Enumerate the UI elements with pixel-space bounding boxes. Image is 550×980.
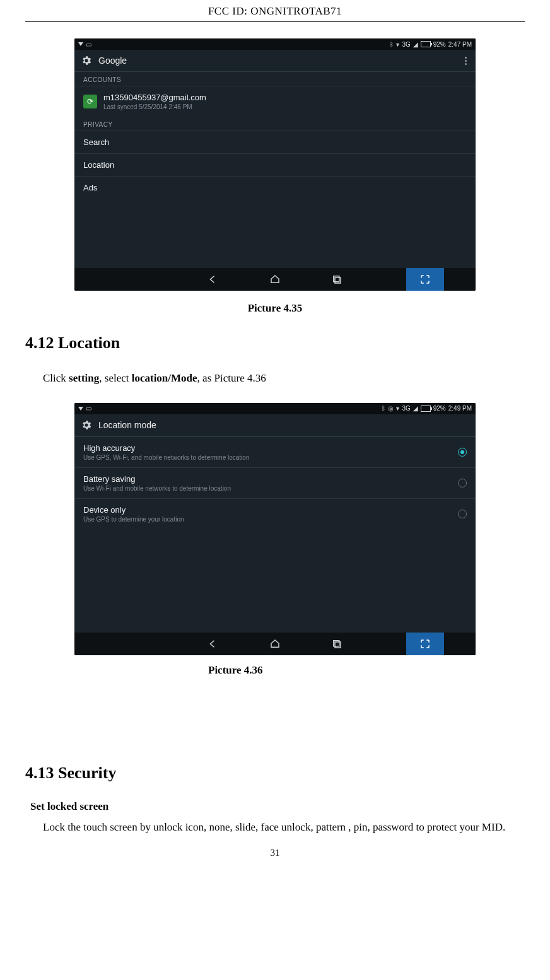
page-number: 31: [25, 848, 525, 858]
notification-icon: [78, 407, 83, 411]
home-button[interactable]: [269, 638, 281, 650]
screenshot-google-settings: ▭ ᛒ ▾ 3G ◢ 92% 2:47 PM Google ACCOUNTS ⟳: [74, 38, 476, 291]
row-sub: Use GPS to determine your location: [83, 516, 184, 523]
subheading-set-locked: Set locked screen: [30, 800, 525, 813]
screen-title: Google: [98, 55, 127, 66]
radio-selected[interactable]: [458, 448, 467, 457]
row-title: Battery saving: [83, 474, 231, 484]
signal-icon: ◢: [413, 405, 418, 412]
screenshot-button[interactable]: [406, 633, 444, 655]
row-label: Search: [83, 137, 109, 147]
sim-icon: ▭: [86, 41, 91, 48]
battery-pct: 92%: [433, 405, 446, 412]
nav-bar: [74, 633, 476, 655]
row-battery-saving[interactable]: Battery saving Use Wi-Fi and mobile netw…: [74, 467, 476, 498]
recents-button[interactable]: [331, 274, 342, 285]
t-bold: setting: [69, 372, 99, 384]
clock: 2:49 PM: [448, 405, 472, 412]
title-bar: Google: [74, 50, 476, 72]
wifi-icon: ▾: [396, 405, 399, 412]
wifi-icon: ▾: [396, 41, 399, 48]
figure-caption-435: Picture 4.35: [25, 302, 525, 315]
heading-413: 4.13 Security: [25, 764, 525, 783]
bluetooth-icon: ᛒ: [382, 405, 385, 412]
row-high-accuracy[interactable]: High accuracy Use GPS, Wi-Fi, and mobile…: [74, 436, 476, 467]
row-label: Location: [83, 160, 114, 170]
overflow-menu-icon[interactable]: [462, 54, 469, 67]
network-label: 3G: [402, 41, 410, 48]
t-bold: location/Mode: [132, 372, 197, 384]
signal-icon: ◢: [413, 41, 418, 48]
clock: 2:47 PM: [448, 41, 472, 48]
status-bar: ▭ ᛒ ◎ ▾ 3G ◢ 92% 2:49 PM: [74, 403, 476, 414]
heading-412: 4.12 Location: [25, 334, 525, 353]
t: , as Picture 4.36: [197, 372, 266, 384]
screen-title: Location mode: [98, 420, 156, 430]
radio-unselected[interactable]: [458, 479, 467, 487]
svg-rect-2: [334, 640, 339, 646]
row-sub: Use Wi-Fi and mobile networks to determi…: [83, 485, 231, 492]
empty-area: [74, 529, 476, 633]
radio-unselected[interactable]: [458, 510, 467, 518]
gear-icon: [81, 55, 92, 66]
notification-icon: [78, 42, 83, 46]
sim-icon: ▭: [86, 405, 91, 412]
header-value: ONGNITROTAB71: [250, 5, 342, 17]
svg-rect-3: [335, 642, 341, 648]
svg-rect-0: [334, 276, 339, 282]
account-sync-sub: Last synced 5/25/2014 2:46 PM: [103, 103, 206, 110]
network-label: 3G: [402, 405, 410, 412]
empty-area: [74, 199, 476, 268]
page-header: FCC ID: ONGNITROTAB71: [25, 0, 525, 22]
t: Click: [43, 372, 69, 384]
battery-pct: 92%: [433, 41, 446, 48]
account-row[interactable]: ⟳ m13590455937@gmail.com Last synced 5/2…: [74, 86, 476, 117]
back-button[interactable]: [208, 274, 219, 285]
row-sub: Use GPS, Wi-Fi, and mobile networks to d…: [83, 454, 249, 461]
bluetooth-icon: ᛒ: [390, 41, 394, 48]
accounts-section-label: ACCOUNTS: [74, 72, 476, 86]
recents-button[interactable]: [331, 638, 342, 650]
battery-icon: [421, 405, 431, 412]
header-label: FCC ID:: [208, 5, 248, 17]
row-title: High accuracy: [83, 443, 249, 453]
account-email: m13590455937@gmail.com: [103, 93, 206, 102]
screenshot-button[interactable]: [406, 268, 444, 291]
battery-icon: [421, 41, 431, 47]
row-search[interactable]: Search: [74, 131, 476, 153]
status-bar: ▭ ᛒ ▾ 3G ◢ 92% 2:47 PM: [74, 38, 476, 50]
row-ads[interactable]: Ads: [74, 176, 476, 199]
privacy-section-label: PRIVACY: [74, 117, 476, 131]
body-412: Click setting, select location/Mode, as …: [25, 370, 525, 387]
row-title: Device only: [83, 505, 184, 515]
title-bar: Location mode: [74, 414, 476, 436]
body-413: Lock the touch screen by unlock icon, no…: [25, 819, 525, 836]
gear-icon: [81, 419, 92, 431]
screenshot-location-mode: ▭ ᛒ ◎ ▾ 3G ◢ 92% 2:49 PM Location mode H…: [74, 403, 476, 655]
row-label: Ads: [83, 183, 97, 192]
home-button[interactable]: [269, 274, 281, 285]
location-icon: ◎: [388, 405, 394, 412]
nav-bar: [74, 268, 476, 291]
row-device-only[interactable]: Device only Use GPS to determine your lo…: [74, 498, 476, 529]
figure-caption-436: Picture 4.36: [208, 664, 525, 677]
back-button[interactable]: [208, 638, 219, 650]
svg-rect-1: [335, 277, 341, 283]
sync-icon: ⟳: [83, 95, 97, 108]
row-location[interactable]: Location: [74, 153, 476, 176]
t: , select: [99, 372, 131, 384]
